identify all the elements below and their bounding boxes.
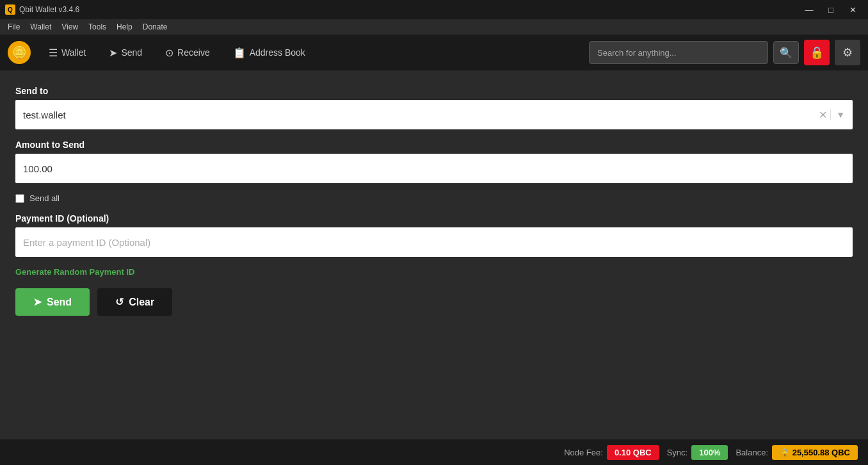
send-all-checkbox[interactable] bbox=[15, 194, 24, 203]
nav-wallet-label: Wallet bbox=[61, 47, 86, 58]
node-fee-badge: 0.10 QBC bbox=[607, 445, 659, 460]
send-to-dropdown-icon[interactable]: ▼ bbox=[830, 110, 848, 120]
app-icon: Q bbox=[5, 4, 15, 15]
send-button-label: Send bbox=[47, 297, 72, 308]
action-buttons: ➤ Send ↺ Clear bbox=[15, 288, 853, 316]
payment-id-wrapper bbox=[15, 227, 853, 257]
settings-button[interactable]: ⚙ bbox=[835, 40, 860, 65]
main-content: Send to ✕ ▼ Amount to Send Send all Paym… bbox=[0, 70, 868, 331]
clear-button-icon: ↺ bbox=[115, 296, 124, 308]
search-button[interactable]: 🔍 bbox=[773, 41, 799, 64]
clear-button-label: Clear bbox=[129, 297, 154, 308]
minimize-button[interactable]: — bbox=[799, 3, 819, 17]
nav-send-label: Send bbox=[121, 47, 142, 58]
title-bar-left: Q Qbit Wallet v3.4.6 bbox=[5, 4, 79, 15]
send-button[interactable]: ➤ Send bbox=[15, 288, 90, 316]
title-bar: Q Qbit Wallet v3.4.6 — □ ✕ bbox=[0, 0, 868, 19]
menu-tools[interactable]: Tools bbox=[83, 21, 111, 33]
send-all-label: Send all bbox=[29, 193, 60, 203]
menu-donate[interactable]: Donate bbox=[138, 21, 173, 33]
nav-send-button[interactable]: ➤ Send bbox=[99, 42, 152, 64]
wallet-icon: ☰ bbox=[49, 47, 58, 59]
menu-file[interactable]: File bbox=[3, 21, 25, 33]
search-input[interactable] bbox=[589, 41, 768, 64]
nav-addressbook-button[interactable]: 📋 Address Book bbox=[223, 42, 316, 64]
window-controls: — □ ✕ bbox=[799, 3, 863, 17]
send-to-input[interactable] bbox=[15, 100, 853, 129]
menu-help[interactable]: Help bbox=[111, 21, 138, 33]
send-to-label: Send to bbox=[15, 86, 853, 96]
menu-wallet[interactable]: Wallet bbox=[25, 21, 56, 33]
balance-badge: 🔒 25,550.88 QBC bbox=[772, 445, 858, 460]
payment-id-input[interactable] bbox=[15, 227, 853, 257]
balance-item: Balance: 🔒 25,550.88 QBC bbox=[735, 445, 858, 460]
nav-bar: 🪙 ☰ Wallet ➤ Send ⊙ Receive 📋 Address Bo… bbox=[0, 35, 868, 70]
sync-label: Sync: bbox=[667, 448, 688, 457]
title-text: Qbit Wallet v3.4.6 bbox=[19, 5, 79, 14]
nav-wallet-button[interactable]: ☰ Wallet bbox=[38, 42, 96, 64]
sync-item: Sync: 100% bbox=[667, 445, 728, 460]
settings-icon: ⚙ bbox=[842, 45, 853, 60]
send-nav-icon: ➤ bbox=[109, 47, 117, 59]
receive-icon: ⊙ bbox=[165, 47, 173, 59]
amount-label: Amount to Send bbox=[15, 140, 853, 150]
addressbook-icon: 📋 bbox=[233, 47, 246, 59]
send-all-row: Send all bbox=[15, 193, 853, 203]
nav-receive-label: Receive bbox=[177, 47, 210, 58]
close-button[interactable]: ✕ bbox=[842, 3, 863, 17]
node-fee-item: Node Fee: 0.10 QBC bbox=[564, 445, 659, 460]
logo-icon: 🪙 bbox=[8, 41, 31, 64]
sync-badge: 100% bbox=[691, 445, 728, 460]
search-area: 🔍 🔒 ⚙ bbox=[589, 40, 860, 65]
send-button-icon: ➤ bbox=[33, 296, 42, 308]
menu-view[interactable]: View bbox=[56, 21, 83, 33]
send-to-clear-icon[interactable]: ✕ bbox=[816, 109, 830, 121]
search-icon: 🔍 bbox=[780, 47, 792, 59]
lock-icon: 🔒 bbox=[810, 45, 824, 60]
nav-addressbook-label: Address Book bbox=[250, 47, 305, 58]
generate-payment-id-link[interactable]: Generate Random Payment ID bbox=[15, 267, 853, 277]
maximize-button[interactable]: □ bbox=[821, 3, 841, 17]
status-bar: Node Fee: 0.10 QBC Sync: 100% Balance: 🔒… bbox=[0, 439, 868, 465]
nav-receive-button[interactable]: ⊙ Receive bbox=[155, 42, 220, 64]
amount-wrapper bbox=[15, 154, 853, 183]
clear-button[interactable]: ↺ Clear bbox=[97, 288, 172, 316]
payment-id-label: Payment ID (Optional) bbox=[15, 213, 853, 224]
send-to-wrapper: ✕ ▼ bbox=[15, 100, 853, 129]
balance-label: Balance: bbox=[735, 448, 768, 457]
lock-button[interactable]: 🔒 bbox=[804, 40, 830, 65]
menu-bar: File Wallet View Tools Help Donate bbox=[0, 19, 868, 35]
amount-input[interactable] bbox=[15, 154, 853, 183]
node-fee-label: Node Fee: bbox=[564, 448, 603, 457]
